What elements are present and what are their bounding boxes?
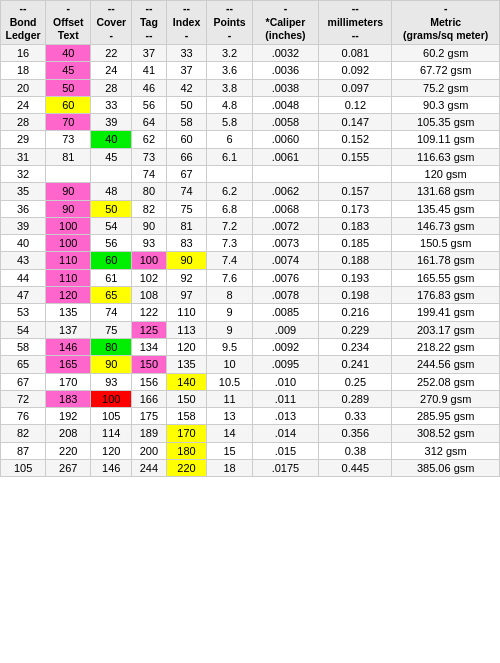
table-cell: 9	[207, 321, 252, 338]
table-cell: 110	[46, 252, 91, 269]
table-row: 327467120 gsm	[1, 166, 500, 183]
table-cell: 43	[1, 252, 46, 269]
table-cell: 150	[132, 356, 166, 373]
table-cell: 90	[91, 356, 132, 373]
table-cell: 220	[166, 460, 207, 477]
table-cell: 73	[46, 131, 91, 148]
table-cell: 102	[132, 269, 166, 286]
table-cell: 60	[166, 131, 207, 148]
table-cell	[207, 166, 252, 183]
table-cell: .0078	[252, 287, 319, 304]
table-cell: 50	[46, 79, 91, 96]
table-cell: 0.185	[319, 235, 392, 252]
table-cell: 0.147	[319, 114, 392, 131]
table-cell: 113	[166, 321, 207, 338]
table-row: 18452441373.6.00360.09267.72 gsm	[1, 62, 500, 79]
table-row: 31814573666.1.00610.155116.63 gsm	[1, 148, 500, 165]
table-cell: 67.72 gsm	[392, 62, 500, 79]
header-mm: --millimeters--	[319, 1, 392, 45]
table-cell: 3.8	[207, 79, 252, 96]
table-cell: 6.2	[207, 183, 252, 200]
table-row: 4712065108978.00780.198176.83 gsm	[1, 287, 500, 304]
table-row: 36905082756.8.00680.173135.45 gsm	[1, 200, 500, 217]
table-row: 16402237333.2.00320.08160.2 gsm	[1, 44, 500, 61]
table-cell: 4.8	[207, 96, 252, 113]
table-cell: 120	[46, 287, 91, 304]
table-cell: 385.06 gsm	[392, 460, 500, 477]
table-row: 4311060100907.4.00740.188161.78 gsm	[1, 252, 500, 269]
table-cell: 0.157	[319, 183, 392, 200]
header-row: --BondLedger -OffsetText --Cover- --Tag-…	[1, 1, 500, 45]
table-cell: 0.173	[319, 200, 392, 217]
table-cell: 58	[1, 338, 46, 355]
table-cell: 156	[132, 373, 166, 390]
paper-weight-table: --BondLedger -OffsetText --Cover- --Tag-…	[0, 0, 500, 477]
table-cell: 5.8	[207, 114, 252, 131]
table-cell: 131.68 gsm	[392, 183, 500, 200]
table-cell: 11	[207, 390, 252, 407]
table-cell: 0.33	[319, 408, 392, 425]
table-cell: 33	[166, 44, 207, 61]
table-cell: 199.41 gsm	[392, 304, 500, 321]
table-cell: 6.8	[207, 200, 252, 217]
table-cell: 110	[46, 269, 91, 286]
table-row: 10526714624422018.01750.445385.06 gsm	[1, 460, 500, 477]
table-cell: 270.9 gsm	[392, 390, 500, 407]
table-cell: 50	[91, 200, 132, 217]
table-cell: 65	[1, 356, 46, 373]
table-cell: 80	[132, 183, 166, 200]
table-cell: 39	[91, 114, 132, 131]
table-cell: 90.3 gsm	[392, 96, 500, 113]
table-cell: 0.198	[319, 287, 392, 304]
table-row: 7218310016615011.0110.289270.9 gsm	[1, 390, 500, 407]
table-cell: .0038	[252, 79, 319, 96]
table-cell: 90	[46, 183, 91, 200]
table-cell: 105	[1, 460, 46, 477]
table-cell: 39	[1, 217, 46, 234]
table-cell: 0.356	[319, 425, 392, 442]
table-cell: 64	[132, 114, 166, 131]
table-cell: .0092	[252, 338, 319, 355]
header-bond: --BondLedger	[1, 1, 46, 45]
table-cell: 0.152	[319, 131, 392, 148]
table-cell: 0.229	[319, 321, 392, 338]
table-cell: 120 gsm	[392, 166, 500, 183]
table-cell: .0074	[252, 252, 319, 269]
table-cell: 146.73 gsm	[392, 217, 500, 234]
table-cell: 0.241	[319, 356, 392, 373]
table-row: 651659015013510.00950.241244.56 gsm	[1, 356, 500, 373]
table-cell: 6.1	[207, 148, 252, 165]
table-cell: 158	[166, 408, 207, 425]
table-cell: .0085	[252, 304, 319, 321]
table-cell: 267	[46, 460, 91, 477]
table-cell: 100	[132, 252, 166, 269]
table-cell: .0032	[252, 44, 319, 61]
table-cell: 137	[46, 321, 91, 338]
table-cell: 0.445	[319, 460, 392, 477]
header-metric: -Metric(grams/sq meter)	[392, 1, 500, 45]
table-cell: 75.2 gsm	[392, 79, 500, 96]
table-cell: 24	[91, 62, 132, 79]
table-cell: 54	[91, 217, 132, 234]
table-cell: 28	[91, 79, 132, 96]
table-cell: 166	[132, 390, 166, 407]
table-cell: 100	[91, 390, 132, 407]
table-cell: .0076	[252, 269, 319, 286]
header-points: --Points-	[207, 1, 252, 45]
table-cell: 36	[1, 200, 46, 217]
table-cell	[46, 166, 91, 183]
table-cell: .0073	[252, 235, 319, 252]
table-cell: 3.6	[207, 62, 252, 79]
table-cell: 67	[1, 373, 46, 390]
table-cell: 10	[207, 356, 252, 373]
table-row: 4411061102927.6.00760.193165.55 gsm	[1, 269, 500, 286]
table-cell: 72	[1, 390, 46, 407]
table-cell: 42	[166, 79, 207, 96]
table-cell: 100	[46, 217, 91, 234]
table-cell: 81	[166, 217, 207, 234]
table-cell: 218.22 gsm	[392, 338, 500, 355]
table-cell: 37	[166, 62, 207, 79]
table-cell: 312 gsm	[392, 442, 500, 459]
table-cell: 40	[1, 235, 46, 252]
table-cell: 13	[207, 408, 252, 425]
